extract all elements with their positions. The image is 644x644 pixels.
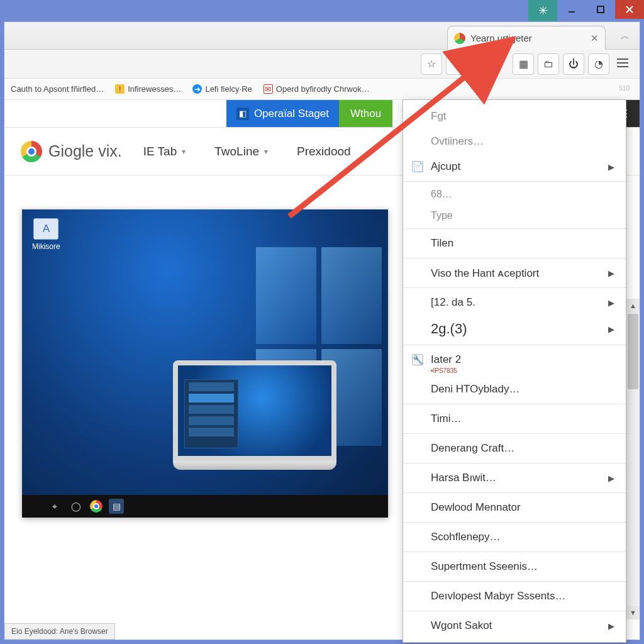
menu-item-label: 68…	[431, 189, 452, 200]
maximize-button[interactable]	[586, 0, 615, 19]
menu-item[interactable]: Denerang Craft…	[403, 436, 626, 461]
menu-separator	[403, 552, 626, 552]
vertical-scrollbar[interactable]: ▲ ▼	[626, 299, 640, 619]
menu-separator	[403, 404, 626, 404]
menu-separator	[403, 181, 626, 182]
site-header-green-label: Wthou	[350, 108, 381, 120]
bookmark-item[interactable]: ➜ Lefi fielcy·Re	[192, 84, 252, 94]
submenu-arrow-icon: ▶	[608, 298, 614, 308]
menu-item[interactable]: Supertment Sseenis…	[403, 554, 626, 579]
menu-item-label: Timi…	[431, 413, 461, 425]
menu-separator	[403, 258, 626, 258]
site-brand[interactable]: Giogle vix.	[21, 141, 122, 162]
tab-title: Yearn urtigeter	[470, 33, 586, 43]
scroll-up-icon[interactable]: ▲	[626, 299, 640, 313]
start-icon[interactable]	[28, 500, 41, 513]
tab-close-icon[interactable]: ✕	[591, 33, 599, 44]
close-button[interactable]	[615, 0, 644, 19]
menu-item[interactable]: 2g.(3) ▶	[403, 315, 626, 343]
extension-titlebar-button[interactable]: ✳	[528, 0, 557, 21]
menu-item[interactable]: Scohflenepy…	[403, 525, 626, 550]
bookmark-icon: ➜	[192, 84, 202, 94]
tab-overflow-icon[interactable]: ︿	[621, 31, 630, 42]
taskbar-circle-icon[interactable]: ◯	[69, 499, 84, 514]
bookmark-item[interactable]: ✉ Operd byfirodly Chrwok…	[264, 84, 370, 94]
menu-hamburger-icon[interactable]	[613, 53, 632, 72]
chevron-down-icon: ▾	[182, 147, 186, 156]
bookmark-icon: ✉	[264, 84, 273, 94]
tab-strip: Yearn urtigeter ✕ ︿	[4, 22, 640, 50]
taskbar-app-icon[interactable]: ▤	[109, 499, 124, 514]
menu-item[interactable]: Viso the Hant ᴀceptiort ▶	[403, 260, 626, 286]
menu-item-label: [12. da 5.	[431, 296, 475, 309]
menu-item-label: Wgont Sakot	[431, 619, 492, 632]
menu-item-label: Scohflenepy…	[431, 531, 501, 543]
menu-item-label: Harsa Bıwit…	[431, 472, 496, 484]
bookmarks-bar: Cauth to Apsont fñirfled… ! Infirewesses…	[4, 79, 640, 100]
site-header-green-button[interactable]: Wthou	[339, 100, 392, 127]
site-nav-link[interactable]: TwoLine ▾	[214, 145, 268, 158]
chevron-down-icon: ▾	[264, 147, 268, 156]
menu-item[interactable]: Dewlood Mennator	[403, 495, 626, 520]
site-nav-label: Prexidood	[297, 145, 351, 158]
menu-item-label: Dewlood Mennator	[431, 501, 521, 514]
submenu-arrow-icon: ▶	[608, 269, 614, 278]
site-nav-label: IE Tab	[143, 145, 177, 158]
menu-item-label: Deni HTOyblady…	[431, 383, 519, 396]
site-header-blue-label: Operaïal Staget	[254, 108, 329, 120]
site-header-blue-button[interactable]: ◧Operaïal Staget	[226, 100, 339, 127]
bookmark-label: Lefi fielcy·Re	[205, 84, 252, 94]
menu-item[interactable]: 🔧 Iater 2	[403, 347, 626, 372]
taskbar-search-icon[interactable]: ⌖	[47, 499, 62, 514]
menu-item[interactable]: 68…	[403, 184, 626, 205]
browser-tab[interactable]: Yearn urtigeter ✕	[447, 26, 606, 50]
menu-item-label: Denerang Craft…	[431, 442, 514, 455]
tab-favicon-icon	[454, 33, 465, 44]
menu-item-label: Iater 2	[431, 353, 461, 366]
menu-item[interactable]: 📄 Ajcupt ▶	[403, 154, 626, 179]
menu-item[interactable]: Wgont Sakot ▶	[403, 613, 626, 638]
star-outline-icon[interactable]: ☆	[421, 53, 442, 75]
submenu-arrow-icon: ▶	[608, 325, 614, 334]
submenu-arrow-icon: ▶	[608, 474, 614, 483]
chrome-logo-icon	[21, 141, 42, 162]
menu-item[interactable]: Tilen	[403, 231, 626, 256]
site-nav-label: TwoLine	[214, 145, 259, 158]
site-nav-link[interactable]: IE Tab ▾	[143, 145, 186, 158]
clock-icon[interactable]: ◔	[588, 53, 609, 75]
menu-separator	[403, 522, 626, 523]
grid-icon[interactable]: ▦	[513, 53, 534, 75]
menu-item-label: Viso the Hant ᴀceptiort	[431, 267, 539, 280]
scroll-down-icon[interactable]: ▼	[626, 606, 640, 619]
minimize-button[interactable]	[557, 0, 586, 19]
menu-separator	[403, 228, 626, 229]
menu-separator	[403, 345, 626, 345]
menu-item[interactable]: Ovtiiners…	[403, 129, 626, 154]
folder-icon[interactable]: 🗀	[538, 53, 559, 75]
desktop-folder[interactable]: A Mikisore	[32, 218, 60, 251]
menu-item-label: Ajcupt	[431, 160, 460, 173]
menu-item[interactable]: Harsa Bıwit… ▶	[403, 465, 626, 491]
bookmark-item[interactable]: Cauth to Apsont fñirfled…	[11, 84, 104, 94]
menu-separator	[403, 611, 626, 611]
home-icon[interactable]: ⌂	[471, 53, 492, 75]
menu-item[interactable]: [12. da 5. ▶	[403, 290, 626, 315]
taskbar-chrome-icon[interactable]	[90, 500, 103, 513]
menu-item[interactable]: Timi…	[403, 406, 626, 431]
site-nav-link[interactable]: Prexidood	[297, 145, 351, 158]
menu-item[interactable]: Deıvlopest Mabyr Sssents…	[403, 584, 626, 609]
menu-item-label: Type	[431, 210, 453, 221]
menu-item-label: Fgt	[431, 110, 447, 123]
menu-item-icon: 🔧	[412, 354, 423, 365]
menu-item[interactable]: Deni HTOyblady…	[403, 377, 626, 402]
menu-item[interactable]: Fgt	[403, 104, 626, 129]
star-bookmark-icon[interactable]: ☆	[446, 53, 467, 75]
os-titlebar: ✳	[0, 0, 644, 21]
submenu-arrow-icon: ▶	[608, 162, 614, 172]
scroll-thumb[interactable]	[628, 314, 638, 389]
bookmark-item[interactable]: ! Infirewesses…	[115, 84, 181, 94]
menu-separator	[403, 581, 626, 582]
menu-item[interactable]: Type	[403, 205, 626, 226]
power-icon[interactable]: ⏻	[563, 53, 584, 75]
menu-item-icon: 📄	[412, 161, 423, 172]
